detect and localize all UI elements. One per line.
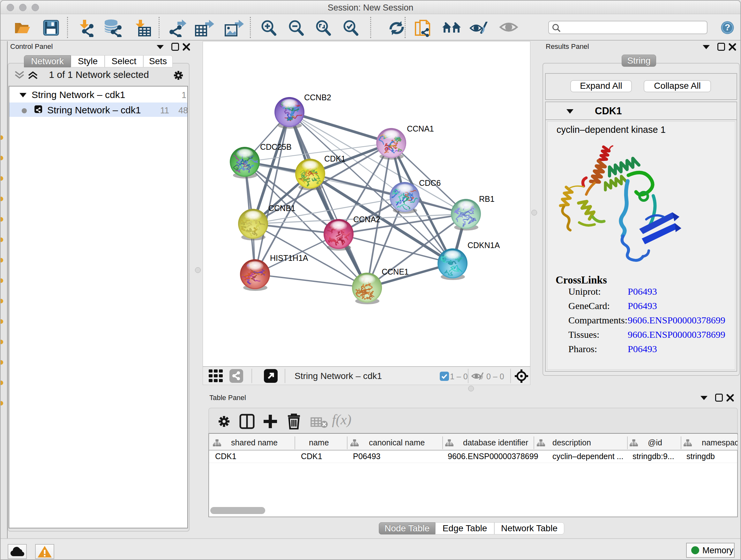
svg-text:CDKN1A: CDKN1A <box>468 241 500 250</box>
svg-text:CCNB1: CCNB1 <box>268 204 295 212</box>
svg-text:RB1: RB1 <box>479 194 495 203</box>
svg-text:CDK1: CDK1 <box>324 154 346 163</box>
svg-text:CCNE1: CCNE1 <box>382 267 409 276</box>
svg-text:CCNA1: CCNA1 <box>407 124 434 133</box>
svg-text:CCNB2: CCNB2 <box>304 93 331 102</box>
svg-text:?: ? <box>725 22 730 32</box>
svg-text:CDC6: CDC6 <box>419 179 441 187</box>
svg-text:CCNA2: CCNA2 <box>353 215 381 224</box>
svg-text:HIST1H1A: HIST1H1A <box>270 253 308 262</box>
svg-text:CDC25B: CDC25B <box>260 142 292 151</box>
